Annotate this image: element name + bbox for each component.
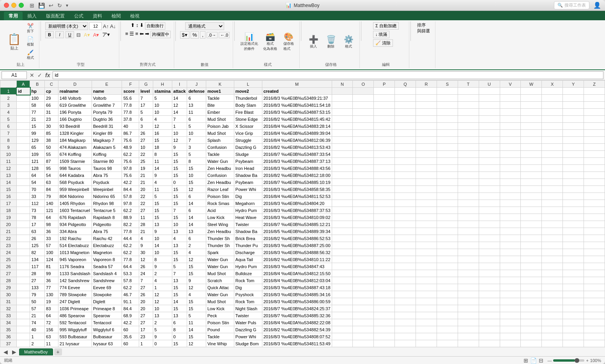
table-cell-empty[interactable]	[458, 88, 479, 95]
table-cell-empty[interactable]	[458, 326, 479, 333]
table-cell-empty[interactable]	[563, 158, 584, 165]
table-cell-empty[interactable]	[584, 95, 605, 102]
table-cell-empty[interactable]	[479, 326, 500, 333]
table-cell[interactable]: 2016/8/4 %u4E0A%u534812:06:39	[262, 137, 332, 144]
row-number[interactable]: 28	[0, 277, 17, 284]
table-cell-empty[interactable]	[563, 326, 584, 333]
decimal-decrease-button[interactable]: ←.0	[219, 32, 230, 38]
table-cell[interactable]: 1	[172, 123, 187, 130]
table-cell[interactable]: 30	[139, 249, 153, 256]
table-cell-empty[interactable]	[479, 284, 500, 291]
sheet-add-button[interactable]: +	[54, 348, 62, 355]
table-cell-empty[interactable]	[395, 242, 416, 249]
table-cell-empty[interactable]	[563, 179, 584, 186]
tab-review[interactable]: 檢閱	[107, 12, 126, 20]
table-cell[interactable]: score	[122, 88, 139, 95]
table-cell[interactable]	[353, 270, 374, 277]
row-number[interactable]: 5	[0, 116, 17, 123]
table-cell[interactable]: Psyshock	[234, 291, 262, 298]
table-cell[interactable]: Growlithe 7	[92, 102, 122, 109]
table-cell-empty[interactable]	[584, 326, 605, 333]
table-cell[interactable]: 6	[172, 319, 187, 326]
format-as-table-button[interactable]: 🗃️ 格式化為表格	[262, 30, 279, 53]
table-cell[interactable]: 7	[172, 270, 187, 277]
row-number[interactable]: 26	[0, 263, 17, 270]
table-cell[interactable]: 74	[30, 319, 45, 326]
table-cell-empty[interactable]	[395, 235, 416, 242]
table-cell-empty[interactable]	[542, 333, 563, 340]
table-cell-empty[interactable]	[479, 158, 500, 165]
table-cell-empty[interactable]	[584, 319, 605, 326]
table-cell-empty[interactable]	[395, 228, 416, 235]
table-cell[interactable]: 2016/8/7 %u4E0B%u534885:32:36	[262, 312, 332, 319]
table-cell-empty[interactable]	[374, 207, 395, 214]
table-cell-empty[interactable]	[479, 186, 500, 193]
table-cell[interactable]: Stone Edge	[234, 116, 262, 123]
table-cell[interactable]: 78	[30, 214, 45, 221]
table-cell-empty[interactable]	[563, 102, 584, 109]
table-cell-empty[interactable]	[542, 207, 563, 214]
row-number[interactable]: 17	[0, 200, 17, 207]
table-cell[interactable]: 16	[153, 130, 172, 137]
table-cell-empty[interactable]	[458, 179, 479, 186]
col-header-l[interactable]: L	[234, 81, 262, 88]
table-cell[interactable]: 9	[153, 263, 172, 270]
table-cell-empty[interactable]	[437, 130, 458, 137]
table-cell[interactable]: 474 Alakazam	[58, 144, 92, 151]
table-cell[interactable]	[17, 207, 30, 214]
table-cell[interactable]: 9	[153, 333, 172, 340]
table-cell-empty[interactable]	[458, 242, 479, 249]
table-cell-empty[interactable]	[584, 340, 605, 347]
table-cell-empty[interactable]	[584, 256, 605, 263]
table-cell[interactable]: 29	[45, 95, 58, 102]
table-cell[interactable]: Tentacool	[92, 319, 122, 326]
table-cell[interactable]: 10	[187, 130, 206, 137]
table-cell[interactable]: 6	[187, 235, 206, 242]
table-cell[interactable]: Mud Shot	[206, 116, 234, 123]
table-cell[interactable]: 124	[45, 256, 58, 263]
table-cell-empty[interactable]	[479, 95, 500, 102]
table-cell-empty[interactable]	[584, 312, 605, 319]
table-cell[interactable]: 54	[30, 179, 45, 186]
table-cell[interactable]: 619 Growlithe	[58, 102, 92, 109]
table-cell[interactable]: 12	[172, 137, 187, 144]
table-cell-empty[interactable]	[500, 123, 521, 130]
tab-insert[interactable]: 插入	[23, 12, 41, 20]
table-cell[interactable]: Splash	[206, 137, 234, 144]
table-cell[interactable]: 77.8	[122, 256, 139, 263]
table-cell-empty[interactable]	[500, 305, 521, 312]
table-cell[interactable]: 30	[45, 123, 58, 130]
table-cell[interactable]: 15	[172, 214, 187, 221]
table-cell[interactable]: 26	[139, 291, 153, 298]
table-cell[interactable]: 2	[187, 242, 206, 249]
table-cell[interactable]	[353, 242, 374, 249]
table-cell-empty[interactable]	[542, 116, 563, 123]
table-cell-empty[interactable]	[458, 109, 479, 116]
table-cell-empty[interactable]	[500, 144, 521, 151]
table-cell[interactable]	[353, 284, 374, 291]
table-cell[interactable]	[17, 158, 30, 165]
cell-styles-button[interactable]: 🎨 儲存格格式	[281, 30, 296, 53]
table-cell-empty[interactable]	[374, 130, 395, 137]
table-cell[interactable]: 8	[187, 158, 206, 165]
row-number[interactable]: 11	[0, 158, 17, 165]
table-cell[interactable]: Low Kick	[206, 214, 234, 221]
table-cell[interactable]: 1603 Tentacruel	[58, 207, 92, 214]
underline-button[interactable]: U	[65, 31, 74, 38]
table-cell-empty[interactable]	[374, 319, 395, 326]
table-cell[interactable]: Struggle	[234, 137, 262, 144]
table-cell-empty[interactable]	[416, 200, 437, 207]
table-cell-empty[interactable]	[416, 102, 437, 109]
table-cell[interactable]: 789 Slowpoke	[58, 291, 92, 298]
row-number[interactable]: 33	[0, 312, 17, 319]
row-number[interactable]: 13	[0, 172, 17, 179]
tab-home[interactable]: 常用	[4, 12, 23, 20]
table-cell-empty[interactable]	[584, 277, 605, 284]
table-cell[interactable]: 13	[187, 102, 206, 109]
table-cell[interactable]: 26	[30, 235, 45, 242]
table-cell-empty[interactable]	[416, 193, 437, 200]
table-cell-empty[interactable]	[500, 151, 521, 158]
table-cell-empty[interactable]	[521, 277, 542, 284]
table-cell-empty[interactable]	[374, 305, 395, 312]
table-cell[interactable]	[353, 214, 374, 221]
